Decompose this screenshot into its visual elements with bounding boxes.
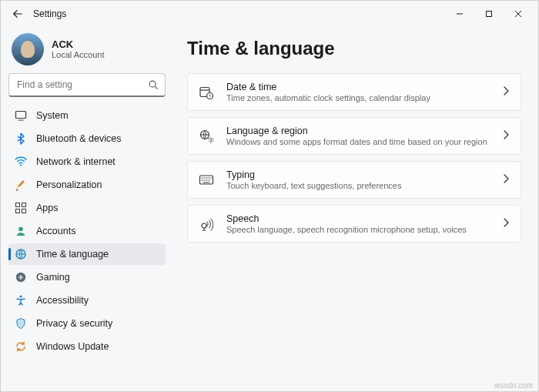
sidebar-item-label: Privacy & security (36, 318, 112, 329)
title-bar: Settings (1, 1, 538, 27)
sidebar-item-label: Network & internet (36, 156, 116, 167)
svg-rect-4 (16, 203, 20, 207)
chevron-right-icon (502, 173, 510, 187)
main-content: Time & language Date & time Time zones, … (173, 27, 538, 391)
apps-icon (15, 202, 27, 214)
wifi-icon (15, 156, 27, 168)
paintbrush-icon (15, 179, 27, 191)
sidebar-item-label: Time & language (36, 249, 109, 260)
sidebar-item-privacy[interactable]: Privacy & security (8, 313, 166, 334)
speech-icon (199, 216, 214, 232)
sidebar-item-network[interactable]: Network & internet (8, 151, 166, 173)
card-text: Date & time Time zones, automatic clock … (226, 82, 490, 102)
chevron-right-icon (502, 217, 510, 231)
back-arrow-icon (12, 8, 23, 19)
svg-rect-6 (16, 209, 20, 213)
globe-clock-icon (15, 248, 27, 260)
body: ACK Local Account System Bluetooth & dev… (1, 27, 538, 391)
profile-name: ACK (52, 39, 105, 51)
svg-text:字: 字 (208, 137, 214, 144)
card-title: Date & time (226, 82, 490, 92)
calendar-clock-icon (199, 85, 214, 100)
window-controls (446, 3, 532, 25)
card-speech[interactable]: Speech Speech language, speech recogniti… (187, 205, 521, 243)
search-box[interactable] (8, 73, 166, 97)
svg-rect-0 (487, 12, 492, 17)
update-icon (15, 340, 27, 353)
sidebar-item-label: Personalization (36, 179, 102, 190)
card-title: Language & region (226, 126, 490, 136)
search-icon (148, 79, 159, 90)
card-sub: Time zones, automatic clock settings, ca… (226, 93, 490, 102)
svg-rect-2 (16, 112, 26, 119)
sidebar-item-accounts[interactable]: Accounts (8, 220, 166, 242)
sidebar-item-label: Apps (36, 203, 59, 213)
card-text: Typing Touch keyboard, text suggestions,… (226, 169, 490, 190)
card-sub: Touch keyboard, text suggestions, prefer… (226, 181, 490, 190)
nav: System Bluetooth & devices Network & int… (8, 105, 166, 357)
card-title: Speech (226, 213, 490, 224)
avatar (12, 33, 44, 65)
sidebar-item-label: System (36, 110, 69, 121)
sidebar-item-label: Windows Update (36, 341, 109, 352)
person-icon (15, 225, 27, 237)
card-date-time[interactable]: Date & time Time zones, automatic clock … (187, 73, 521, 111)
minimize-button[interactable] (446, 3, 474, 25)
bluetooth-icon (15, 132, 27, 145)
window-title: Settings (33, 8, 66, 19)
gaming-icon (15, 271, 27, 283)
sidebar-item-windows-update[interactable]: Windows Update (8, 336, 166, 357)
chevron-right-icon (502, 85, 510, 99)
svg-point-1 (149, 81, 156, 87)
settings-window: Settings ACK Local Account (0, 0, 539, 392)
sidebar: ACK Local Account System Bluetooth & dev… (1, 27, 173, 391)
close-icon (514, 10, 522, 18)
svg-rect-7 (22, 209, 26, 213)
card-title: Typing (226, 169, 490, 180)
card-language-region[interactable]: 字 Language & region Windows and some app… (187, 117, 521, 155)
page-title: Time & language (187, 38, 521, 59)
svg-point-17 (202, 223, 206, 228)
maximize-icon (485, 10, 493, 18)
card-text: Speech Speech language, speech recogniti… (226, 213, 490, 234)
card-sub: Speech language, speech recognition micr… (226, 225, 490, 234)
svg-point-3 (20, 164, 22, 166)
maximize-button[interactable] (475, 3, 503, 25)
card-text: Language & region Windows and some apps … (226, 126, 490, 146)
system-icon (15, 109, 27, 122)
sidebar-item-label: Accounts (36, 226, 75, 236)
svg-point-11 (19, 295, 22, 297)
accessibility-icon (15, 294, 27, 307)
search-input[interactable] (15, 79, 148, 91)
minimize-icon (456, 10, 464, 18)
sidebar-item-accessibility[interactable]: Accessibility (8, 290, 166, 311)
sidebar-item-system[interactable]: System (8, 105, 166, 126)
close-button[interactable] (504, 3, 532, 25)
profile[interactable]: ACK Local Account (8, 28, 166, 73)
watermark: wsxdn.com (494, 381, 533, 390)
back-button[interactable] (7, 3, 28, 25)
sidebar-item-time-language[interactable]: Time & language (8, 243, 166, 265)
svg-rect-5 (22, 203, 26, 207)
card-typing[interactable]: Typing Touch keyboard, text suggestions,… (187, 161, 521, 199)
sidebar-item-label: Accessibility (36, 295, 89, 306)
shield-icon (15, 317, 27, 330)
svg-point-8 (18, 227, 23, 232)
chevron-right-icon (502, 129, 510, 143)
profile-text: ACK Local Account (52, 39, 105, 61)
sidebar-item-personalization[interactable]: Personalization (8, 174, 166, 196)
profile-sub: Local Account (52, 50, 105, 60)
keyboard-icon (199, 173, 214, 188)
sidebar-item-gaming[interactable]: Gaming (8, 266, 166, 288)
sidebar-item-apps[interactable]: Apps (8, 197, 166, 219)
card-sub: Windows and some apps format dates and t… (226, 137, 490, 146)
sidebar-item-bluetooth[interactable]: Bluetooth & devices (8, 128, 166, 149)
globe-char-icon: 字 (199, 129, 214, 144)
sidebar-item-label: Gaming (36, 272, 70, 283)
sidebar-item-label: Bluetooth & devices (36, 133, 122, 144)
